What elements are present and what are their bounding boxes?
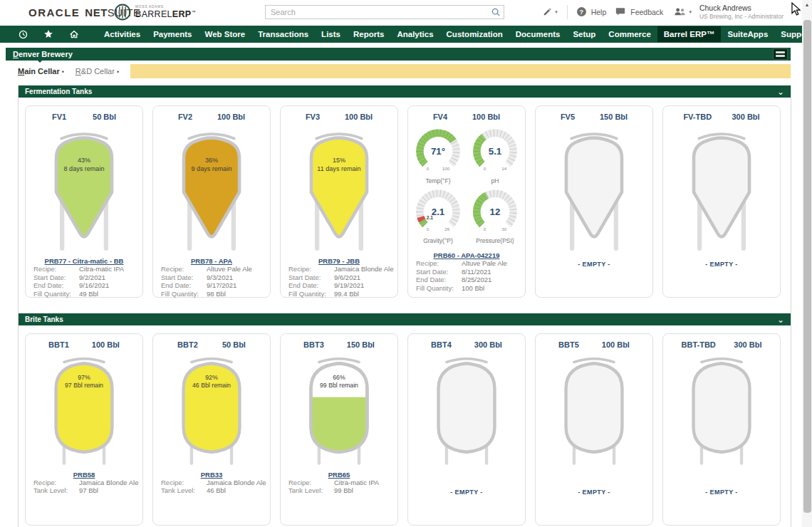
tank-card-fv1: FV150 Bbl 43%8 days remainPRB77 - Citra-…	[25, 105, 143, 298]
batch-link[interactable]: PRB65	[281, 471, 397, 479]
quick-create-icon[interactable]	[542, 7, 552, 17]
chevron-down-icon[interactable]: ⌄	[777, 317, 784, 323]
tank-graphic	[663, 128, 780, 255]
page-title: Denver Brewery	[13, 50, 73, 58]
detail-label: End Date:	[161, 281, 207, 290]
nav-item-activities[interactable]: Activities	[98, 26, 147, 42]
dashboard-content: Fermentation Tanks⌄FV150 Bbl 43%8 days r…	[18, 85, 791, 527]
nav-item-transactions[interactable]: Transactions	[251, 26, 315, 42]
gauge-pressure-psi: 12 0 30 Pressure(PSI)	[468, 189, 522, 245]
search-icon[interactable]	[491, 8, 500, 16]
detail-row: Recipe:Altuve Pale Ale	[408, 259, 525, 268]
batch-link[interactable]: PRB58	[26, 471, 142, 479]
quick-create-caret-icon[interactable]: ▾	[555, 9, 558, 15]
tank-name: BBT4	[431, 340, 452, 349]
divider	[567, 5, 568, 19]
roles-caret-icon[interactable]: ▾	[689, 9, 692, 15]
batch-link[interactable]: PRB78 - APA	[153, 257, 270, 265]
detail-value: 9/3/2021	[207, 273, 233, 282]
barrel-logo-icon	[114, 4, 131, 21]
tank-capacity: 150 Bbl	[347, 340, 375, 349]
brite-tank-graphic: 66%99 Bbl remain	[298, 355, 380, 469]
detail-label: Recipe:	[288, 479, 334, 487]
section-brite-tanks: Brite Tanks⌄BBT1100 Bbl 97%97 Bbl remain…	[19, 313, 791, 526]
scrollbar-up-arrow[interactable]: ▲	[802, 0, 812, 9]
tank-graphic	[408, 355, 525, 469]
detail-label: Recipe:	[33, 265, 79, 273]
svg-text:0: 0	[427, 226, 430, 231]
detail-row: End Date:9/17/2021	[153, 281, 270, 290]
detail-label: Fill Quantity:	[161, 290, 207, 298]
nav-item-analytics[interactable]: Analytics	[390, 26, 439, 42]
tank-capacity: 300 Bbl	[732, 113, 759, 121]
nav-item-payments[interactable]: Payments	[147, 26, 198, 42]
search-input[interactable]	[265, 5, 504, 19]
nav-item-documents[interactable]: Documents	[509, 26, 567, 42]
nav-item-suiteapps[interactable]: SuiteApps	[721, 26, 774, 42]
tank-graphic: 43%8 days remain	[26, 128, 142, 255]
section-header-brite-tanks[interactable]: Brite Tanks⌄	[19, 313, 791, 325]
tank-graphic: 92%46 Bbl remain	[153, 355, 270, 469]
tank-capacity: 100 Bbl	[92, 340, 120, 349]
user-menu[interactable]: Chuck Andrews US Brewing, Inc - Administ…	[699, 4, 784, 21]
detail-label: Recipe:	[161, 265, 207, 273]
detail-row: Recipe:Jamaica Blonde Ale	[26, 479, 142, 487]
vertical-scrollbar[interactable]: ▲	[802, 0, 812, 527]
nav-item-lists[interactable]: Lists	[315, 26, 347, 42]
nav-item-barrel-erp[interactable]: Barrel ERP™	[657, 26, 722, 42]
nav-item-commerce[interactable]: Commerce	[602, 26, 657, 42]
tab-r-d-cellar[interactable]: R&D Cellar•	[76, 67, 119, 75]
detail-label: Fill Quantity:	[33, 290, 79, 298]
brite-tank-graphic	[426, 355, 507, 469]
page-title-bar: Denver Brewery	[6, 48, 791, 61]
detail-label: Tank Level:	[33, 486, 79, 495]
dashboard-layout-icon[interactable]	[774, 49, 787, 59]
nav-item-customization[interactable]: Customization	[440, 26, 509, 42]
gauge-ph: 5.1 0 14 pH	[468, 128, 522, 184]
home-icon[interactable]	[69, 29, 79, 39]
tank-card-fv4: FV4100 Bbl 71° 0 100 Temp(°F) 5.1 0 14 p…	[407, 105, 526, 298]
recent-records-icon[interactable]	[19, 30, 28, 39]
nav-item-web-store[interactable]: Web Store	[198, 26, 251, 42]
detail-value: 9/16/2021	[79, 281, 109, 290]
help-link[interactable]: Help	[591, 8, 607, 16]
tank-graphic	[536, 355, 652, 469]
scrollbar-thumb[interactable]	[803, 20, 811, 513]
notification-banner	[130, 64, 791, 78]
chevron-down-icon[interactable]: ⌄	[777, 89, 784, 95]
section-header-fermentation-tanks[interactable]: Fermentation Tanks⌄	[19, 85, 791, 98]
feedback-link[interactable]: Feedback	[630, 8, 663, 16]
tab-main-cellar[interactable]: Main Cellar•	[18, 67, 64, 75]
detail-label: Tank Level:	[288, 486, 334, 495]
svg-text:11 days remain: 11 days remain	[317, 165, 360, 172]
main-nav-items: ActivitiesPaymentsWeb StoreTransactionsL…	[98, 26, 812, 42]
tank-graphic	[663, 355, 780, 469]
detail-label: End Date:	[416, 276, 462, 284]
help-icon[interactable]: ?	[577, 7, 586, 16]
header-actions: ▾ ? Help Feedback ▾ Chuck Andrews US Bre…	[542, 4, 784, 21]
nav-item-setup[interactable]: Setup	[566, 26, 602, 42]
detail-row: Tank Level:99 Bbl	[281, 486, 397, 495]
nav-item-reports[interactable]: Reports	[347, 26, 390, 42]
roles-icon[interactable]	[674, 7, 686, 16]
shortcuts-star-icon[interactable]	[43, 29, 53, 39]
batch-link[interactable]: PRB60 - APA-042219	[408, 251, 525, 259]
svg-text:12: 12	[490, 207, 501, 217]
detail-label: Recipe:	[416, 259, 462, 268]
main-nav: ActivitiesPaymentsWeb StoreTransactionsL…	[0, 26, 812, 43]
batch-link[interactable]: PRB79 - JBB	[281, 257, 397, 265]
tank-name: BBT1	[48, 340, 69, 349]
tank-card-bbt2: BBT250 Bbl 92%46 Bbl remainPRB33Recipe:J…	[152, 333, 271, 526]
batch-link[interactable]: PRB77 - Citra-matic - BB	[26, 257, 142, 265]
tank-name: BBT-TBD	[682, 340, 716, 349]
tank-name: FV4	[433, 113, 447, 121]
detail-value: Altuve Pale Ale	[207, 265, 252, 273]
detail-row: Tank Level:46 Bbl	[153, 486, 270, 495]
feedback-icon[interactable]	[615, 7, 625, 16]
tank-card-bbt3: BBT3150 Bbl 66%99 Bbl remainPRB65Recipe:…	[280, 333, 398, 526]
brite-tank-graphic: 92%46 Bbl remain	[171, 355, 252, 469]
detail-label: Recipe:	[288, 265, 334, 273]
tank-capacity: 100 Bbl	[217, 113, 245, 121]
batch-link[interactable]: PRB33	[153, 471, 270, 479]
detail-value: Citra-matic IPA	[79, 265, 124, 273]
